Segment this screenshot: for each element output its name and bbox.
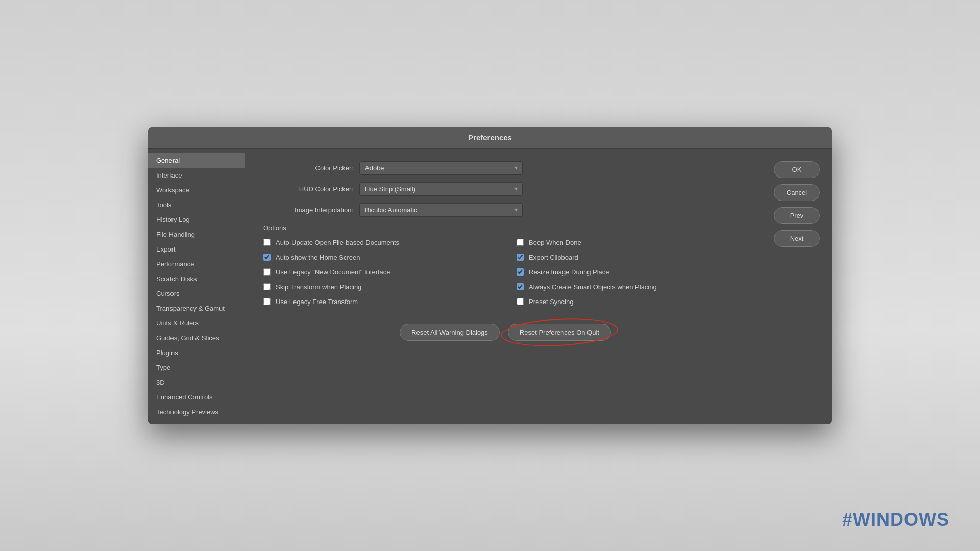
sidebar: General Interface Workspace Tools Histor… — [148, 149, 245, 424]
checkbox-export-clipboard: Export Clipboard — [517, 254, 749, 261]
sidebar-item-interface[interactable]: Interface — [148, 168, 245, 183]
checkbox-beep-when-done-label: Beep When Done — [529, 239, 581, 246]
checkbox-legacy-free-transform-label: Use Legacy Free Transform — [276, 298, 358, 306]
checkbox-beep-when-done: Beep When Done — [517, 239, 749, 246]
options-grid: Auto-Update Open File-based Documents Be… — [263, 239, 749, 306]
options-title: Options — [263, 224, 749, 232]
page-background: Preferences General Interface Workspace … — [0, 0, 980, 551]
sidebar-item-enhanced-controls[interactable]: Enhanced Controls — [148, 390, 245, 405]
sidebar-item-history-log[interactable]: History Log — [148, 212, 245, 227]
sidebar-item-plugins[interactable]: Plugins — [148, 345, 245, 360]
dialog-body: General Interface Workspace Tools Histor… — [148, 149, 832, 424]
checkbox-legacy-free-transform: Use Legacy Free Transform — [263, 298, 496, 306]
reset-preferences-on-quit-button[interactable]: Reset Preferences On Quit — [508, 324, 611, 341]
checkbox-preset-syncing-label: Preset Syncing — [529, 298, 573, 306]
next-button[interactable]: Next — [774, 230, 820, 247]
checkbox-auto-update-input[interactable] — [263, 239, 271, 246]
checkbox-always-smart-objects-input[interactable] — [517, 283, 524, 290]
checkbox-always-smart-objects-label: Always Create Smart Objects when Placing — [529, 283, 657, 291]
cancel-button[interactable]: Cancel — [774, 184, 820, 201]
checkbox-beep-when-done-input[interactable] — [517, 239, 524, 246]
preferences-dialog: Preferences General Interface Workspace … — [148, 127, 832, 424]
reset-prefs-wrapper: Reset Preferences On Quit — [508, 324, 611, 341]
checkbox-export-clipboard-label: Export Clipboard — [529, 254, 578, 261]
checkbox-auto-update: Auto-Update Open File-based Documents — [263, 239, 496, 246]
checkbox-skip-transform-label: Skip Transform when Placing — [276, 283, 361, 291]
checkbox-legacy-free-transform-input[interactable] — [263, 298, 271, 305]
checkbox-resize-image-label: Resize Image During Place — [529, 268, 609, 276]
color-picker-row: Color Picker: Adobe Windows — [261, 161, 749, 175]
hud-color-picker-row: HUD Color Picker: Hue Strip (Small) Hue … — [261, 182, 749, 196]
main-content: Color Picker: Adobe Windows HUD Color Pi… — [245, 149, 766, 424]
checkbox-legacy-new-doc: Use Legacy "New Document" Interface — [263, 268, 496, 276]
hud-color-picker-select[interactable]: Hue Strip (Small) Hue Strip (Medium) Hue… — [359, 182, 523, 196]
sidebar-item-workspace[interactable]: Workspace — [148, 183, 245, 197]
image-interpolation-select[interactable]: Bicubic Automatic Bicubic Smoother Bicub… — [359, 203, 523, 217]
sidebar-item-technology-previews[interactable]: Technology Previews — [148, 405, 245, 419]
sidebar-item-3d[interactable]: 3D — [148, 375, 245, 390]
reset-warning-dialogs-button[interactable]: Reset All Warning Dialogs — [400, 324, 500, 341]
hud-color-picker-select-wrapper: Hue Strip (Small) Hue Strip (Medium) Hue… — [359, 182, 523, 196]
image-interpolation-label: Image Interpolation: — [261, 206, 353, 214]
image-interpolation-row: Image Interpolation: Bicubic Automatic B… — [261, 203, 749, 217]
watermark: #WINDOWS — [842, 509, 949, 531]
checkbox-skip-transform: Skip Transform when Placing — [263, 283, 496, 291]
sidebar-item-units-rulers[interactable]: Units & Rulers — [148, 316, 245, 331]
color-picker-select-wrapper: Adobe Windows — [359, 161, 523, 175]
checkbox-auto-home-screen-label: Auto show the Home Screen — [276, 254, 360, 261]
checkbox-auto-update-label: Auto-Update Open File-based Documents — [276, 239, 399, 246]
image-interpolation-select-wrapper: Bicubic Automatic Bicubic Smoother Bicub… — [359, 203, 523, 217]
dialog-actions: OK Cancel Prev Next — [766, 149, 832, 424]
checkbox-auto-home-screen: Auto show the Home Screen — [263, 254, 496, 261]
checkbox-preset-syncing: Preset Syncing — [517, 298, 749, 306]
options-section: Options Auto-Update Open File-based Docu… — [261, 224, 749, 306]
sidebar-item-transparency-gamut[interactable]: Transparency & Gamut — [148, 301, 245, 316]
checkbox-auto-home-screen-input[interactable] — [263, 254, 271, 261]
sidebar-item-file-handling[interactable]: File Handling — [148, 227, 245, 242]
ok-button[interactable]: OK — [774, 161, 820, 178]
sidebar-item-export[interactable]: Export — [148, 242, 245, 257]
checkbox-always-smart-objects: Always Create Smart Objects when Placing — [517, 283, 749, 291]
sidebar-item-general[interactable]: General — [148, 153, 245, 168]
bottom-buttons: Reset All Warning Dialogs Reset Preferen… — [261, 324, 749, 341]
prev-button[interactable]: Prev — [774, 207, 820, 224]
checkbox-resize-image: Resize Image During Place — [517, 268, 749, 276]
dialog-title: Preferences — [468, 133, 512, 142]
color-picker-select[interactable]: Adobe Windows — [359, 161, 523, 175]
sidebar-item-type[interactable]: Type — [148, 360, 245, 375]
title-bar: Preferences — [148, 127, 832, 149]
color-picker-label: Color Picker: — [261, 164, 353, 172]
checkbox-export-clipboard-input[interactable] — [517, 254, 524, 261]
hud-color-picker-label: HUD Color Picker: — [261, 185, 353, 193]
checkbox-skip-transform-input[interactable] — [263, 283, 271, 290]
sidebar-item-performance[interactable]: Performance — [148, 257, 245, 271]
sidebar-item-tools[interactable]: Tools — [148, 197, 245, 212]
sidebar-item-guides-grid-slices[interactable]: Guides, Grid & Slices — [148, 331, 245, 345]
checkbox-legacy-new-doc-input[interactable] — [263, 268, 271, 276]
sidebar-item-cursors[interactable]: Cursors — [148, 286, 245, 301]
checkbox-preset-syncing-input[interactable] — [517, 298, 524, 305]
checkbox-resize-image-input[interactable] — [517, 268, 524, 276]
sidebar-item-scratch-disks[interactable]: Scratch Disks — [148, 271, 245, 286]
checkbox-legacy-new-doc-label: Use Legacy "New Document" Interface — [276, 268, 390, 276]
